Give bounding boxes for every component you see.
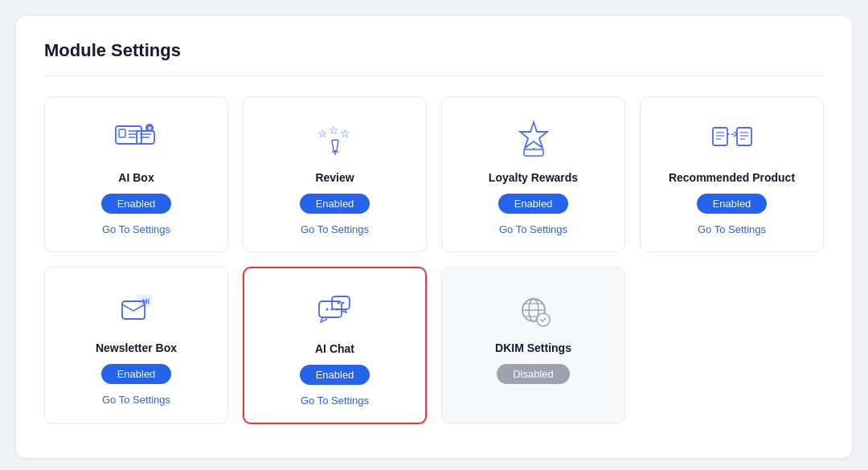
svg-rect-1 xyxy=(119,129,125,137)
ai-chat-label: AI Chat xyxy=(315,342,354,355)
review-settings-link[interactable]: Go To Settings xyxy=(301,223,369,235)
svg-text:☆: ☆ xyxy=(317,127,328,140)
dkim-settings-label: DKIM Settings xyxy=(495,341,571,354)
svg-marker-15 xyxy=(520,122,547,148)
loyalty-rewards-status: Enabled xyxy=(498,194,569,214)
loyalty-rewards-label: Loyalty Rewards xyxy=(489,171,578,184)
review-label: Review xyxy=(315,171,354,184)
newsletter-box-icon: Hi xyxy=(113,288,161,332)
dkim-settings-status: Disabled xyxy=(497,364,570,384)
recommended-product-icon xyxy=(708,117,756,161)
svg-rect-0 xyxy=(116,126,141,144)
recommended-product-label: Recommended Product xyxy=(669,171,795,184)
ai-box-settings-link[interactable]: Go To Settings xyxy=(102,223,170,235)
card-review[interactable]: ☆ ☆ ☆ Review Enabled Go To Settings xyxy=(243,96,427,252)
svg-point-30 xyxy=(326,308,328,310)
dkim-settings-icon xyxy=(510,288,558,332)
recommended-product-status: Enabled xyxy=(697,194,768,214)
ai-box-status: Enabled xyxy=(101,194,172,214)
review-status: Enabled xyxy=(300,194,371,214)
recommended-product-settings-link[interactable]: Go To Settings xyxy=(698,223,766,235)
ai-chat-settings-link[interactable]: Go To Settings xyxy=(301,394,369,407)
card-loyalty-rewards[interactable]: Loyalty Rewards Enabled Go To Settings xyxy=(441,96,625,252)
module-settings-container: Module Settings ★ AI Box Enabled xyxy=(16,16,852,458)
svg-point-34 xyxy=(337,301,339,304)
ai-box-label: AI Box xyxy=(118,171,154,184)
svg-text:☆: ☆ xyxy=(340,127,350,140)
card-ai-box[interactable]: ★ AI Box Enabled Go To Settings xyxy=(44,96,228,252)
card-ai-chat[interactable]: AI Chat Enabled Go To Settings xyxy=(243,267,427,424)
review-icon: ☆ ☆ ☆ xyxy=(311,117,359,161)
svg-rect-16 xyxy=(524,149,543,156)
loyalty-rewards-icon xyxy=(510,117,558,161)
newsletter-box-settings-link[interactable]: Go To Settings xyxy=(102,394,170,406)
svg-point-35 xyxy=(342,301,344,304)
newsletter-box-status: Enabled xyxy=(101,364,172,384)
card-recommended-product[interactable]: Recommended Product Enabled Go To Settin… xyxy=(640,96,824,252)
card-newsletter-box[interactable]: Hi Newsletter Box Enabled Go To Settings xyxy=(44,267,228,424)
ai-chat-icon xyxy=(311,288,359,333)
svg-rect-22 xyxy=(737,128,751,145)
card-dkim-settings[interactable]: DKIM Settings Disabled xyxy=(441,267,625,424)
svg-text:Hi: Hi xyxy=(142,297,149,305)
newsletter-box-label: Newsletter Box xyxy=(96,341,177,354)
svg-text:★: ★ xyxy=(147,125,153,131)
ai-box-icon: ★ xyxy=(113,117,161,161)
page-title: Module Settings xyxy=(44,40,824,76)
ai-chat-status: Enabled xyxy=(300,365,371,385)
svg-rect-18 xyxy=(713,128,727,145)
cards-grid: ★ AI Box Enabled Go To Settings ☆ ☆ ☆ Re… xyxy=(44,96,824,424)
loyalty-rewards-settings-link[interactable]: Go To Settings xyxy=(499,223,567,235)
svg-text:☆: ☆ xyxy=(329,124,339,137)
